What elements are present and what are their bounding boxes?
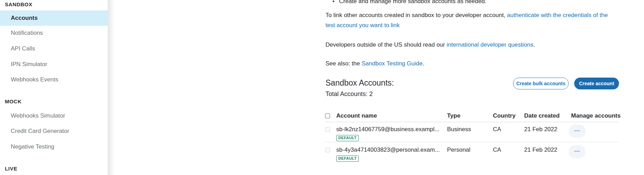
sidebar-section-live: LIVE: [5, 165, 17, 173]
sidebar-item-accounts[interactable]: Accounts: [0, 10, 108, 26]
row2-country: CA: [493, 145, 501, 154]
row2-default-badge: DEFAULT: [336, 156, 359, 162]
see-also-paragraph: See also: the Sandbox Testing Guide.: [325, 59, 424, 68]
sidebar-item-webhooks-events[interactable]: Webhooks Events: [11, 76, 58, 83]
sandbox-accounts-page: SANDBOX Accounts Notifications API Calls…: [0, 0, 644, 175]
sandbox-testing-guide-link[interactable]: Sandbox Testing Guide: [362, 60, 422, 67]
column-header-date-created: Date created: [524, 111, 560, 120]
ellipsis-icon: ...: [574, 126, 580, 133]
select-all-checkbox[interactable]: [325, 113, 330, 118]
row1-country: CA: [493, 125, 501, 134]
international-paragraph: Developers outside of the US should read…: [325, 40, 535, 49]
row2-type: Personal: [447, 145, 470, 154]
sidebar-item-notifications[interactable]: Notifications: [11, 29, 43, 37]
link-paragraph-prefix: To link other accounts created in sandbo…: [325, 12, 507, 18]
bullet-text: Create and manage more sandbox accounts …: [339, 0, 486, 5]
bullet-list-item: •Create and manage more sandbox accounts…: [332, 0, 486, 6]
international-developer-questions-link[interactable]: international developer questions: [447, 41, 534, 48]
row2-date-created: 21 Feb 2022: [524, 145, 557, 154]
sidebar-item-api-calls[interactable]: API Calls: [11, 45, 35, 53]
sidebar-item-ipn-simulator[interactable]: IPN Simulator: [11, 61, 47, 68]
ellipsis-icon: ...: [574, 147, 580, 153]
sidebar: SANDBOX Accounts Notifications API Calls…: [0, 0, 108, 175]
column-header-type: Type: [447, 111, 460, 120]
create-account-button[interactable]: Create account: [574, 78, 619, 89]
sidebar-section-sandbox: SANDBOX: [5, 1, 32, 8]
international-prefix: Developers outside of the US should read…: [325, 41, 447, 48]
create-bulk-accounts-button[interactable]: Create bulk accounts: [513, 78, 569, 89]
page-title: Sandbox Accounts:: [325, 78, 394, 88]
authenticate-link[interactable]: authenticate with the credentials of the: [507, 12, 608, 18]
table-header-divider: [325, 122, 619, 122]
row1-account-name: sb-lk2nz14067759@business.exampl...: [336, 125, 439, 134]
row2-checkbox[interactable]: [325, 148, 330, 152]
total-accounts-label: Total Accounts: 2: [325, 89, 373, 98]
column-header-country: Country: [493, 111, 515, 120]
link-paragraph-line1: To link other accounts created in sandbo…: [325, 11, 608, 20]
sidebar-divider: [108, 0, 115, 175]
row1-date-created: 21 Feb 2022: [524, 125, 557, 134]
row2-account-name: sb-4y3a4714003823@personal.exam...: [336, 145, 440, 154]
sidebar-section-mock: MOCK: [5, 98, 22, 105]
international-suffix: .: [533, 41, 535, 48]
authenticate-link-continued[interactable]: test account you want to link: [325, 22, 400, 29]
main-content: •Create and manage more sandbox accounts…: [325, 0, 638, 175]
row1-manage-accounts-button[interactable]: ...: [569, 125, 586, 138]
row1-type: Business: [447, 125, 471, 134]
row1-default-badge: DEFAULT: [336, 135, 359, 141]
sidebar-item-credit-card-generator[interactable]: Credit Card Generator: [11, 127, 69, 135]
sidebar-item-webhooks-simulator[interactable]: Webhooks Simulator: [11, 112, 65, 120]
see-also-suffix: .: [422, 60, 424, 67]
row1-checkbox[interactable]: [325, 127, 330, 132]
see-also-prefix: See also: the: [325, 60, 362, 67]
row2-manage-accounts-button[interactable]: ...: [569, 145, 586, 158]
bullet-icon: •: [332, 0, 339, 6]
table-row-divider: [325, 142, 619, 142]
column-header-manage-accounts: Manage accounts: [571, 111, 621, 120]
column-header-account-name: Account name: [336, 111, 377, 120]
link-paragraph-line2: test account you want to link: [325, 21, 400, 30]
sidebar-item-negative-testing[interactable]: Negative Testing: [11, 143, 54, 151]
